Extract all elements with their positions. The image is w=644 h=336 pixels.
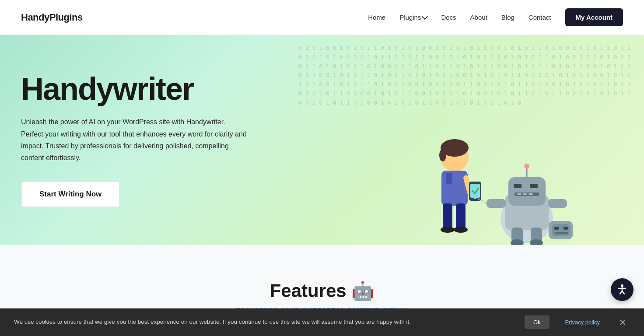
hero-section: 0 1 0 1 0 0 1 0 1 0 1 1 0 1 0 1 0 1 0 0 … xyxy=(0,35,644,245)
svg-point-16 xyxy=(530,239,543,245)
nav-plugins[interactable]: Plugins xyxy=(399,14,427,21)
svg-rect-28 xyxy=(470,184,480,198)
accessibility-button[interactable] xyxy=(611,278,634,301)
nav-docs[interactable]: Docs xyxy=(441,14,456,21)
hero-svg-illustration xyxy=(378,114,588,245)
svg-point-24 xyxy=(441,227,455,233)
hero-content: Handywriter Unleash the power of AI on y… xyxy=(0,46,270,234)
nav-home[interactable]: Home xyxy=(368,14,385,21)
cookie-text: We use cookies to ensure that we give yo… xyxy=(14,318,518,326)
binary-background: 0 1 0 1 0 0 1 0 1 0 1 1 0 1 0 1 0 1 0 0 … xyxy=(290,35,644,245)
svg-rect-27 xyxy=(469,182,481,201)
svg-rect-14 xyxy=(531,228,542,243)
start-writing-button[interactable]: Start Writing Now xyxy=(21,181,120,207)
svg-point-0 xyxy=(500,195,553,243)
svg-rect-13 xyxy=(511,228,523,243)
svg-rect-1 xyxy=(505,195,549,230)
svg-rect-26 xyxy=(463,175,474,197)
svg-rect-2 xyxy=(508,177,546,206)
nav-about[interactable]: About xyxy=(470,14,487,21)
svg-point-17 xyxy=(441,144,469,172)
svg-rect-23 xyxy=(456,203,466,230)
cookie-ok-button[interactable]: Ok xyxy=(525,315,550,329)
cookie-policy-button[interactable]: Privacy policy xyxy=(556,315,609,329)
svg-line-45 xyxy=(622,291,624,294)
svg-rect-29 xyxy=(549,221,573,239)
svg-rect-33 xyxy=(555,232,568,234)
svg-rect-4 xyxy=(530,184,538,188)
hero-description: Unleash the power of AI on your WordPres… xyxy=(21,116,248,164)
svg-rect-8 xyxy=(528,193,533,195)
hero-title: Handywriter xyxy=(21,73,248,106)
svg-rect-32 xyxy=(564,227,568,230)
cookie-close-button[interactable]: ✕ xyxy=(616,316,630,329)
svg-rect-7 xyxy=(523,193,527,195)
svg-rect-6 xyxy=(517,193,522,195)
main-nav: Home Plugins Docs About Blog Contact My … xyxy=(368,8,623,26)
nav-blog[interactable]: Blog xyxy=(501,14,514,21)
svg-rect-31 xyxy=(554,227,559,230)
svg-rect-3 xyxy=(514,184,522,188)
svg-point-25 xyxy=(454,227,468,233)
header: HandyPlugins Home Plugins Docs About Blo… xyxy=(0,0,644,35)
features-title: Features 🤖 xyxy=(21,280,623,301)
my-account-button[interactable]: My Account xyxy=(565,8,623,26)
svg-point-19 xyxy=(439,149,446,161)
logo: HandyPlugins xyxy=(21,12,83,23)
svg-rect-21 xyxy=(446,173,452,184)
svg-rect-22 xyxy=(443,203,452,230)
hero-illustration xyxy=(322,35,644,245)
svg-point-18 xyxy=(441,139,469,157)
chevron-down-icon xyxy=(422,14,428,20)
svg-rect-12 xyxy=(548,199,567,208)
cookie-banner: We use cookies to ensure that we give yo… xyxy=(0,308,644,336)
svg-point-10 xyxy=(524,164,529,169)
svg-rect-30 xyxy=(552,224,570,236)
svg-point-15 xyxy=(511,239,524,245)
svg-rect-5 xyxy=(514,192,539,196)
nav-contact[interactable]: Contact xyxy=(528,14,551,21)
svg-rect-11 xyxy=(486,199,506,208)
svg-rect-20 xyxy=(441,171,468,206)
